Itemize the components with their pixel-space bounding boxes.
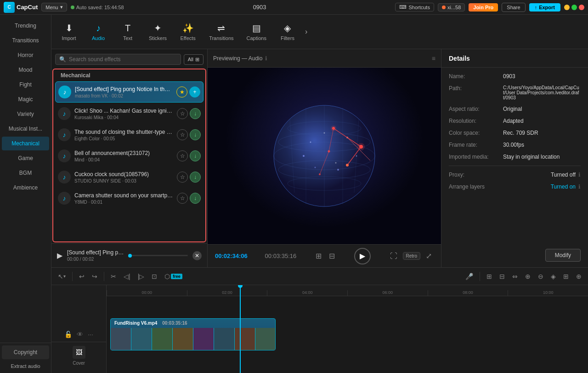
zoom-in-button[interactable]: ⊕	[573, 271, 584, 282]
all-filter-button[interactable]: All ⊞	[184, 54, 204, 65]
ai-button[interactable]: ⬡ free	[162, 271, 185, 282]
sound-item-1[interactable]: ♪ [Sound effect] Ping pong Notice In the…	[55, 81, 204, 103]
join-pro-button[interactable]: Join Pro	[469, 3, 498, 11]
select-tool-button[interactable]: ↖ ▾	[55, 271, 68, 282]
sidebar-item-copyright[interactable]: Copyright	[2, 345, 49, 359]
export-button[interactable]: ↑ Export	[529, 3, 560, 11]
toolbar-text[interactable]: T Text	[114, 19, 141, 45]
sound-actions-6: ☆ ↓	[177, 193, 201, 204]
audio-playing-title: [Sound effect] Ping pong Notice In the e…	[67, 249, 125, 256]
sound-favorite-button-1[interactable]: ★	[176, 86, 187, 98]
sidebar-item-bgm[interactable]: BGM	[2, 166, 49, 180]
toolbar-effects[interactable]: ✨ Effects	[174, 19, 202, 45]
toolbar-more-button[interactable]: ›	[303, 26, 309, 38]
lock-button[interactable]: 🔓	[63, 330, 73, 339]
sound-favorite-button-5[interactable]: ☆	[177, 172, 188, 183]
visibility-button[interactable]: 👁	[76, 330, 84, 339]
sound-download-button-2[interactable]: ↓	[190, 108, 201, 119]
sound-item-6[interactable]: ♪ Camera shutter sound on your smartpho.…	[55, 188, 204, 208]
split-button[interactable]: ✂	[108, 271, 119, 282]
more-options-button[interactable]: ···	[87, 330, 94, 339]
maximize-button[interactable]	[571, 5, 577, 10]
sound-favorite-button-2[interactable]: ☆	[177, 108, 188, 119]
timeline-track-area[interactable]: 00:00 02:00 04:00 06:00 08:00 10:00	[107, 285, 588, 373]
sound-favorite-button-6[interactable]: ☆	[177, 193, 188, 204]
tl-ctrl-5[interactable]: ⊖	[535, 271, 546, 282]
sound-title-4: Bell of announcement(231072)	[74, 150, 173, 156]
sound-download-button-3[interactable]: ↓	[190, 129, 201, 140]
delete-button[interactable]: ⊡	[149, 271, 160, 282]
tl-ctrl-2[interactable]: ⊟	[497, 271, 508, 282]
sound-favorite-button-3[interactable]: ☆	[177, 129, 188, 140]
detail-row-path: Path: C:/Users/Yoyo/AppData/Local/CapCut…	[449, 85, 581, 100]
preview-menu-icon[interactable]: ≡	[432, 55, 435, 62]
sidebar-item-mechanical[interactable]: Mechanical	[2, 137, 49, 150]
proxy-info-icon[interactable]: ℹ	[578, 172, 581, 178]
sidebar-item-horror[interactable]: Horror	[2, 48, 49, 62]
share-button[interactable]: Share	[502, 3, 525, 12]
close-button[interactable]	[579, 5, 584, 10]
color-space-label: Color space:	[449, 130, 499, 136]
grid-view-button-2[interactable]: ⊟	[327, 250, 337, 262]
toolbar-import[interactable]: ⬇ Import	[55, 19, 83, 45]
expand-button[interactable]: ⤢	[424, 250, 434, 262]
redo-button[interactable]: ↪	[89, 271, 100, 282]
mini-play-button[interactable]: ▶	[57, 251, 62, 260]
sidebar-item-magic[interactable]: Magic	[2, 92, 49, 106]
video-thumb-5	[193, 328, 214, 350]
toolbar-transitions[interactable]: ⇌ Transitions	[204, 19, 239, 45]
sound-item-3[interactable]: ♪ The sound of closing the shutter-type …	[55, 125, 204, 145]
detail-row-color-space: Color space: Rec. 709 SDR	[449, 130, 581, 136]
sidebar-item-extract-audio[interactable]: Extract audio	[2, 360, 49, 373]
tl-ctrl-3[interactable]: ⇔	[509, 271, 520, 282]
modify-button[interactable]: Modify	[545, 249, 581, 262]
sound-favorite-button-4[interactable]: ☆	[177, 150, 188, 161]
search-input[interactable]	[69, 56, 177, 63]
retro-button[interactable]: Retro	[403, 252, 420, 260]
menu-button[interactable]: Menu ▾	[41, 3, 67, 11]
top-toolbar: ⬇ Import ♪ Audio T Text ✦ Stickers ✨ Eff…	[51, 15, 588, 49]
toolbar-captions[interactable]: ▤ Captions	[241, 19, 272, 45]
cover-icon[interactable]: 🖼	[73, 346, 85, 359]
arrange-layers-info-icon[interactable]: ℹ	[578, 184, 581, 190]
sound-download-button-4[interactable]: ↓	[190, 150, 201, 161]
ruler-mark-1: 02:00	[187, 290, 267, 296]
sound-item-4[interactable]: ♪ Bell of announcement(231072) Mind · 00…	[55, 146, 204, 166]
toolbar-stickers[interactable]: ✦ Stickers	[143, 19, 172, 45]
sidebar-item-game[interactable]: Game	[2, 151, 49, 165]
grid-view-button-1[interactable]: ⊞	[314, 250, 323, 262]
trim-left-button[interactable]: ◁|	[121, 271, 133, 282]
sidebar-item-variety[interactable]: Variety	[2, 107, 49, 121]
sound-item-5[interactable]: ♪ Cuckoo clock sound(1085796) STUDIO SUN…	[55, 167, 204, 187]
tl-ctrl-6[interactable]: ◈	[548, 271, 559, 282]
sidebar-item-fight[interactable]: Fight	[2, 78, 49, 92]
resolution-value: Adapted	[503, 118, 581, 124]
sidebar-item-transitions[interactable]: Transitions	[2, 34, 49, 47]
playhead[interactable]	[240, 285, 241, 373]
sidebar-item-mood[interactable]: Mood	[2, 63, 49, 77]
trim-right-button[interactable]: |▷	[135, 271, 147, 282]
sidebar-item-ambience[interactable]: Ambience	[2, 181, 49, 195]
fullscreen-button[interactable]: ⛶	[388, 250, 399, 262]
tl-ctrl-4[interactable]: ⊕	[522, 271, 533, 282]
sound-download-button-6[interactable]: ↓	[190, 193, 201, 204]
tl-ctrl-7[interactable]: ⊞	[560, 271, 571, 282]
play-button[interactable]: ▶	[354, 248, 371, 264]
audio-progress-bar[interactable]	[130, 255, 188, 256]
toolbar-audio[interactable]: ♪ Audio	[85, 19, 112, 45]
sound-add-button-1[interactable]: +	[189, 86, 200, 98]
toolbar-filters[interactable]: ◈ Filters	[274, 19, 301, 45]
tl-ctrl-1[interactable]: ⊞	[484, 271, 495, 282]
mic-button[interactable]: 🎤	[463, 271, 476, 282]
close-audio-button[interactable]: ✕	[192, 251, 202, 260]
sound-item-2[interactable]: ♪ Click! Shoo ... Kachan! Gas stove igni…	[55, 103, 204, 124]
sound-download-button-5[interactable]: ↓	[190, 172, 201, 183]
sidebar-item-musical[interactable]: Musical Inst...	[2, 122, 49, 136]
header-left: C CapCut Menu ▾ Auto saved: 15:44:58	[4, 2, 124, 13]
undo-button[interactable]: ↩	[76, 271, 87, 282]
shortcuts-button[interactable]: ⌨ Shortcuts	[395, 3, 434, 11]
video-track[interactable]: FundRising V6.mp4 00:03:35:16	[110, 318, 584, 350]
search-icon: 🔍	[59, 56, 66, 63]
minimize-button[interactable]	[564, 5, 570, 10]
sidebar-item-trending[interactable]: Trending	[2, 19, 49, 33]
